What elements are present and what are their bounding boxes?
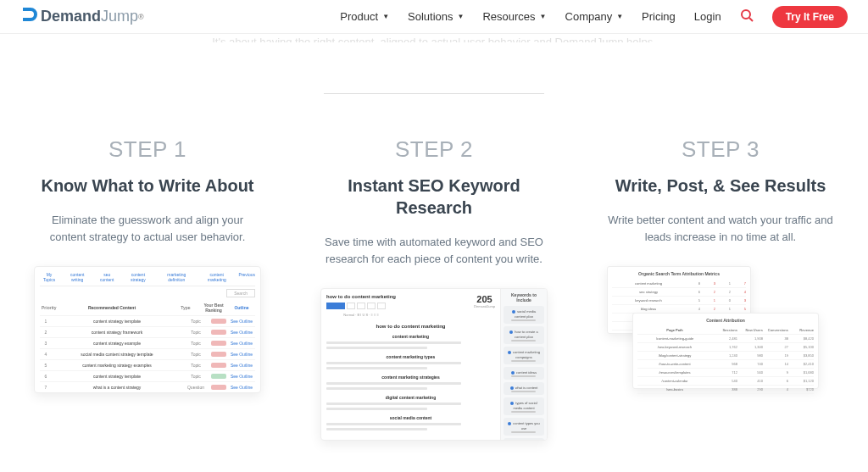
- step2-screenshot: how to do content marketing Normal · B I…: [320, 288, 548, 441]
- step-title: Know What to Write About: [34, 175, 261, 197]
- step-desc: Eliminate the guesswork and align your c…: [34, 212, 261, 246]
- logo-icon: [20, 6, 37, 27]
- nav-solutions[interactable]: Solutions▼: [408, 10, 464, 23]
- brand-strong: Demand: [41, 8, 101, 25]
- nav-company[interactable]: Company▼: [565, 10, 624, 23]
- svg-point-0: [742, 10, 750, 19]
- step-3: STEP 3 Write, Post, & See Results Write …: [607, 136, 834, 441]
- reg-mark: ®: [138, 13, 144, 21]
- step1-screenshot: My Topicscontent writingseo contentconte…: [34, 266, 261, 393]
- step-desc: Save time with automated keyword and SEO…: [320, 234, 548, 268]
- section-divider: [324, 93, 544, 94]
- search-icon[interactable]: [740, 8, 754, 25]
- svg-line-1: [749, 18, 753, 21]
- caret-down-icon: ▼: [616, 13, 623, 20]
- step-title: Write, Post, & See Results: [607, 175, 834, 197]
- step-label: STEP 3: [607, 136, 834, 163]
- nav-login[interactable]: Login: [694, 10, 721, 23]
- step-title: Instant SEO Keyword Research: [320, 175, 548, 219]
- hero-tail-text: It's about having the right content, ali…: [0, 34, 868, 42]
- step3-screenshot: Organic Search Term Attribution Metrics …: [607, 266, 834, 402]
- caret-down-icon: ▼: [458, 13, 465, 20]
- brand-light: Jump: [101, 8, 138, 25]
- caret-down-icon: ▼: [382, 13, 389, 20]
- steps-row: STEP 1 Know What to Write About Eliminat…: [0, 136, 868, 472]
- brand-logo[interactable]: DemandJump®: [20, 6, 144, 27]
- main-nav: Product▼Solutions▼Resources▼Company▼Pric…: [340, 6, 848, 28]
- top-nav-bar: DemandJump® Product▼Solutions▼Resources▼…: [0, 0, 868, 34]
- step-label: STEP 1: [34, 136, 261, 163]
- nav-pricing[interactable]: Pricing: [642, 10, 676, 23]
- step-label: STEP 2: [320, 136, 548, 163]
- caret-down-icon: ▼: [540, 13, 547, 20]
- step-1: STEP 1 Know What to Write About Eliminat…: [34, 136, 261, 441]
- nav-product[interactable]: Product▼: [340, 10, 389, 23]
- nav-resources[interactable]: Resources▼: [482, 10, 546, 23]
- step-desc: Write better content and watch your traf…: [607, 212, 834, 246]
- step-2: STEP 2 Instant SEO Keyword Research Save…: [320, 136, 548, 441]
- cta-try-free[interactable]: Try It Free: [772, 6, 848, 28]
